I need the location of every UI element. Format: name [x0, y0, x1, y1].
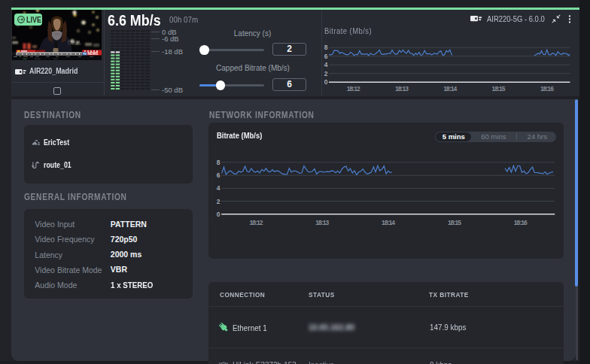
svg-text:18:15: 18:15 [448, 219, 461, 226]
svg-text:2: 2 [217, 198, 220, 205]
svg-text:18:14: 18:14 [443, 86, 457, 93]
svg-text:2: 2 [324, 70, 328, 77]
svg-text:18:15: 18:15 [492, 86, 506, 93]
svg-text:18:16: 18:16 [514, 219, 528, 226]
svg-text:0: 0 [324, 78, 328, 86]
svg-text:18:13: 18:13 [316, 219, 330, 226]
svg-text:18:13: 18:13 [395, 86, 409, 93]
svg-text:8: 8 [217, 159, 220, 166]
svg-text:8: 8 [324, 44, 328, 51]
svg-text:6: 6 [217, 171, 220, 179]
svg-text:18:12: 18:12 [250, 219, 263, 226]
svg-text:18:14: 18:14 [382, 219, 395, 226]
svg-text:18:16: 18:16 [540, 86, 554, 93]
svg-text:4: 4 [324, 61, 328, 68]
svg-text:18:12: 18:12 [347, 86, 360, 93]
svg-text:6: 6 [324, 53, 328, 60]
svg-text:4: 4 [217, 185, 220, 193]
svg-text:0: 0 [217, 211, 220, 218]
